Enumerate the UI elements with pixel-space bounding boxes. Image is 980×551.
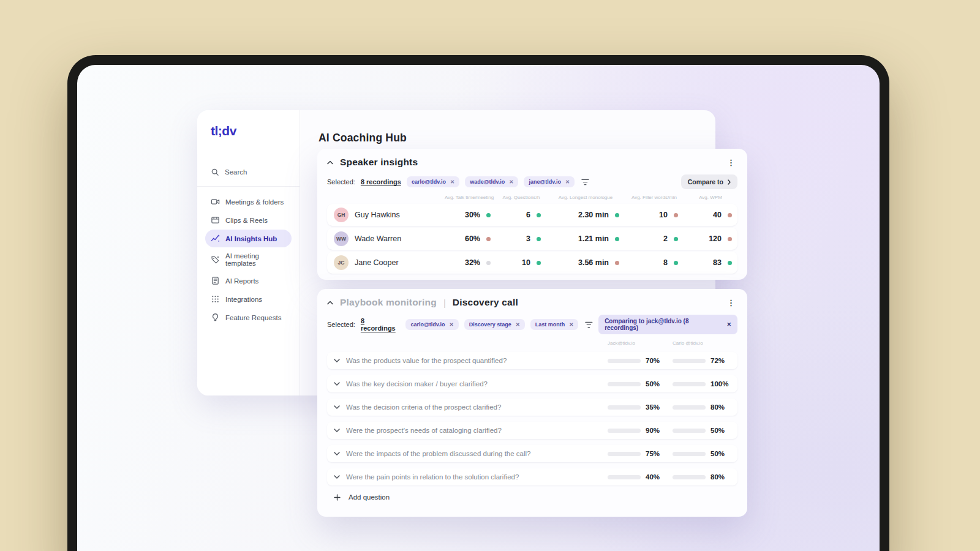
sidebar-item[interactable]: Clips & Reels bbox=[205, 211, 292, 229]
close-icon[interactable]: ✕ bbox=[509, 179, 513, 185]
left-score: 50% bbox=[608, 380, 673, 388]
chevron-down-icon[interactable] bbox=[334, 359, 340, 362]
filler-words-value: 10 bbox=[625, 211, 668, 219]
speaker-chips: carlo@tldv.io ✕ wade@tldv.io ✕ jane@tldv… bbox=[407, 176, 575, 187]
status-dot bbox=[486, 213, 491, 217]
filter-icon[interactable] bbox=[585, 321, 593, 328]
question-row[interactable]: Were the pain points in relation to the … bbox=[327, 468, 737, 485]
question-row[interactable]: Were the prospect's needs of cataloging … bbox=[327, 422, 737, 439]
table-row[interactable]: GH Guy Hawkins 30% 6 2.30 min 10 40 bbox=[327, 204, 737, 226]
speaker-name: Jane Cooper bbox=[355, 258, 399, 267]
progress-bar bbox=[673, 382, 706, 386]
filter-chip[interactable]: Discovery stage ✕ bbox=[464, 319, 525, 330]
sidebar-item-label: Integrations bbox=[225, 296, 262, 303]
right-score: 50% bbox=[673, 450, 737, 457]
close-icon[interactable]: ✕ bbox=[450, 321, 454, 328]
left-percent: 40% bbox=[646, 473, 660, 481]
sidebar-item[interactable]: AI meeting templates bbox=[205, 248, 292, 271]
speaker-table-rows: GH Guy Hawkins 30% 6 2.30 min 10 40 WW bbox=[327, 204, 737, 274]
selected-recordings-link[interactable]: 8 recordings bbox=[361, 178, 401, 186]
filter-chip[interactable]: wade@tldv.io ✕ bbox=[465, 176, 518, 187]
column-header: Carlo @tldv.io bbox=[673, 340, 737, 346]
chevron-down-icon[interactable] bbox=[334, 452, 340, 455]
filter-chip[interactable]: Last month ✕ bbox=[530, 319, 579, 330]
panel-title-muted: Playbook monitoring bbox=[340, 297, 437, 308]
app-logo: tl;dv bbox=[211, 124, 292, 138]
status-dot bbox=[728, 213, 732, 217]
filter-icon[interactable] bbox=[581, 179, 589, 186]
chevron-down-icon[interactable] bbox=[334, 382, 340, 386]
wpm-value: 40 bbox=[684, 211, 722, 219]
comparing-chip[interactable]: Comparing to jack@tldv.io (8 recordings)… bbox=[598, 315, 737, 334]
add-question-label: Add question bbox=[349, 493, 390, 501]
panel-title: Discovery call bbox=[453, 297, 518, 308]
status-dot bbox=[537, 213, 541, 217]
title-separator: | bbox=[443, 298, 446, 308]
sidebar-item-label: AI Reports bbox=[225, 277, 258, 285]
question-row[interactable]: Were the impacts of the problem discusse… bbox=[327, 445, 737, 462]
laptop-screen: tl;dv Search Meetings & folders bbox=[77, 65, 880, 551]
status-dot bbox=[728, 261, 732, 265]
column-header: Avg. WPM bbox=[684, 195, 737, 200]
filter-chip[interactable]: carlo@tldv.io ✕ bbox=[407, 176, 459, 187]
right-percent: 50% bbox=[710, 450, 725, 457]
progress-bar bbox=[608, 429, 641, 433]
sidebar-item[interactable]: Integrations bbox=[205, 290, 292, 308]
right-percent: 80% bbox=[710, 403, 725, 411]
question-text: Was the decision criteria of the prospec… bbox=[346, 403, 608, 411]
search-label: Search bbox=[225, 168, 247, 176]
chevron-down-icon[interactable] bbox=[334, 475, 340, 479]
search-icon bbox=[211, 168, 219, 176]
selected-recordings-link[interactable]: 8 recordings bbox=[361, 317, 401, 332]
kebab-menu-icon[interactable]: ⋮ bbox=[725, 157, 737, 168]
filler-words-value: 8 bbox=[625, 258, 668, 267]
filter-chip[interactable]: jane@tldv.io ✕ bbox=[524, 176, 575, 187]
sidebar-item-icon bbox=[211, 197, 220, 206]
right-percent: 72% bbox=[710, 357, 725, 364]
question-row[interactable]: Was the decision criteria of the prospec… bbox=[327, 399, 737, 416]
chevron-right-icon bbox=[728, 179, 731, 185]
table-row[interactable]: WW Wade Warren 60% 3 1.21 min 2 120 bbox=[327, 228, 737, 250]
table-row[interactable]: JC Jane Cooper 32% 10 3.56 min 8 83 bbox=[327, 252, 737, 274]
question-row[interactable]: Was the products value for the prospect … bbox=[327, 352, 737, 369]
column-header: Avg. Longest monologue bbox=[546, 195, 625, 200]
left-score: 35% bbox=[608, 403, 673, 411]
chevron-down-icon[interactable] bbox=[334, 405, 340, 409]
playbook-monitoring-panel: Playbook monitoring | Discovery call ⋮ S… bbox=[317, 289, 747, 517]
progress-bar bbox=[608, 475, 641, 479]
close-icon[interactable]: ✕ bbox=[569, 321, 573, 328]
column-header: Avg. Talk time/meeting bbox=[442, 195, 496, 200]
status-dot bbox=[728, 237, 732, 241]
sidebar-item[interactable]: AI Reports bbox=[205, 272, 292, 290]
add-question-button[interactable]: Add question bbox=[327, 493, 737, 501]
close-icon[interactable]: ✕ bbox=[565, 179, 570, 185]
filler-words-value: 2 bbox=[625, 234, 668, 243]
playbook-columns: Jack@tldv.io Carlo @tldv.io bbox=[327, 340, 737, 346]
filter-chip-label: carlo@tldv.io bbox=[412, 179, 446, 185]
chevron-up-icon[interactable] bbox=[327, 160, 333, 165]
chevron-up-icon[interactable] bbox=[327, 301, 333, 305]
chevron-down-icon[interactable] bbox=[334, 429, 340, 432]
sidebar-item[interactable]: Feature Requests bbox=[205, 309, 292, 326]
sidebar-item[interactable]: Meetings & folders bbox=[205, 193, 292, 211]
search-button[interactable]: Search bbox=[205, 164, 292, 180]
avatar: JC bbox=[334, 255, 349, 270]
kebab-menu-icon[interactable]: ⋮ bbox=[725, 298, 737, 308]
status-dot bbox=[615, 237, 619, 241]
right-score: 100% bbox=[673, 380, 737, 388]
right-percent: 100% bbox=[710, 380, 728, 388]
compare-to-button[interactable]: Compare to bbox=[681, 174, 737, 189]
filter-chip-label: carlo@tldv.io bbox=[410, 321, 445, 328]
close-icon[interactable]: ✕ bbox=[450, 179, 454, 185]
questions-value: 3 bbox=[496, 234, 530, 243]
speaker-filter-row: Selected: 8 recordings carlo@tldv.io ✕ w… bbox=[327, 174, 737, 189]
close-icon[interactable]: ✕ bbox=[726, 321, 731, 328]
close-icon[interactable]: ✕ bbox=[516, 321, 520, 328]
avatar: GH bbox=[334, 208, 349, 222]
status-dot bbox=[537, 237, 541, 241]
status-dot bbox=[615, 261, 619, 265]
sidebar-item[interactable]: AI Insights Hub bbox=[205, 230, 292, 247]
question-row[interactable]: Was the key decision maker / buyer clari… bbox=[327, 375, 737, 392]
filter-chip[interactable]: carlo@tldv.io ✕ bbox=[405, 319, 458, 330]
speaker-name: Wade Warren bbox=[355, 234, 401, 243]
